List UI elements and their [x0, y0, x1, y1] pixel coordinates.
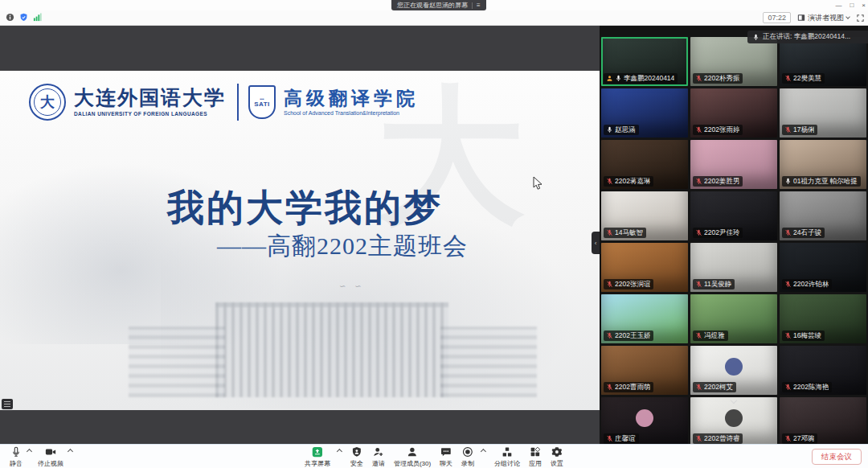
participant-tile[interactable]: 冯煜雅 — [690, 294, 777, 343]
toolbar-item-security[interactable]: 安全 — [349, 445, 365, 468]
participant-badge: 2202陈海艳 — [782, 382, 832, 392]
participant-badge: 2202朴秀振 — [693, 73, 743, 84]
participant-tile[interactable]: 2202曹雨萌 — [601, 346, 688, 395]
participant-name: 2202张雨婷 — [704, 125, 739, 134]
watermark-building — [440, 326, 537, 397]
participant-tile[interactable]: 22樊美慧 — [780, 37, 866, 86]
network-signal-icon[interactable] — [33, 13, 42, 22]
mic-muted-icon — [695, 332, 702, 339]
pill-more-icon[interactable]: ≡ — [477, 2, 481, 9]
tile-decoration — [725, 358, 743, 376]
participant-tile[interactable]: 24石子骏 — [780, 191, 866, 240]
participant-badge: 01祖力克亚 帕尔哈提 — [782, 176, 861, 187]
participant-badge: 2202曾诗睿 — [693, 433, 743, 444]
participant-tile[interactable]: 01祖力克亚 帕尔哈提 — [780, 140, 866, 189]
toolbar-item-share-screen[interactable]: 共享屏幕 — [303, 445, 332, 468]
view-switch-label: 演讲者视图 — [808, 13, 844, 23]
host-person-icon — [606, 75, 613, 82]
topbar: 07:22 演讲者视图 — [0, 10, 868, 26]
toolbar-item-label: 录制 — [461, 459, 474, 468]
school-name-cn: 高级翻译学院 — [284, 88, 419, 109]
participant-name: 庄馨谊 — [615, 434, 636, 443]
maximize-button[interactable]: □ — [850, 0, 854, 10]
fullscreen-icon[interactable] — [856, 14, 865, 23]
view-switch-dropdown[interactable]: 演讲者视图 — [797, 13, 850, 23]
participant-tile[interactable]: 27邓琬 — [780, 397, 866, 444]
participant-name: 24石子骏 — [793, 228, 821, 237]
participant-tile[interactable]: 2202姜胜男 — [690, 140, 777, 189]
participant-name: 2202朴秀振 — [704, 74, 739, 83]
participant-badge: 17杨俐 — [782, 125, 817, 135]
mic-on-icon — [606, 126, 613, 133]
participant-name: 2202蒋嘉琳 — [615, 177, 650, 186]
toolbar-item-chat[interactable]: 聊天 — [438, 445, 454, 468]
mic-on-icon — [784, 178, 792, 185]
toolbar-item-apps[interactable]: 应用 — [527, 445, 543, 468]
participant-tile[interactable]: 2202蒋嘉琳 — [601, 140, 688, 189]
participant-badge: 24石子骏 — [782, 228, 825, 238]
participant-tile[interactable]: 李鑫鹏20240414 — [601, 37, 688, 86]
slide-title: 我的大学我的梦 — [167, 183, 443, 233]
camera-icon — [45, 446, 56, 458]
mic-muted-icon — [606, 229, 613, 236]
meeting-info-icon[interactable] — [6, 13, 14, 22]
participant-badge: 2202曹雨萌 — [604, 382, 653, 392]
participant-badge: 冯煜雅 — [693, 330, 728, 341]
school-name-block: 高级翻译学院 School of Advanced Translation&In… — [284, 88, 419, 116]
participant-tile[interactable]: 11吴俊静 — [690, 243, 777, 292]
mic-on-icon — [752, 34, 760, 41]
toolbar-item-invite[interactable]: 邀请 — [371, 445, 387, 468]
members-icon — [407, 446, 418, 458]
pill-divider — [472, 2, 473, 9]
panel-collapse-handle[interactable]: ‹ — [592, 232, 600, 254]
chevron-up-icon[interactable] — [481, 449, 486, 454]
toolbar-item-camera[interactable]: 停止视频 — [36, 445, 65, 468]
participant-name: 2202曾诗睿 — [704, 434, 739, 443]
chevron-up-icon[interactable] — [68, 449, 73, 454]
participant-tile[interactable]: 2202柯艾 — [690, 346, 777, 395]
participant-tile[interactable]: 17杨俐 — [780, 88, 866, 138]
watching-screen-pill[interactable]: 您正在观看赵思涵的屏幕 ≡ — [391, 0, 486, 10]
participant-badge: 16梅芸绫 — [782, 330, 825, 341]
participant-name: 01祖力克亚 帕尔哈提 — [793, 177, 858, 186]
participant-tile[interactable]: 14马敏智 — [601, 191, 688, 240]
participant-tile[interactable]: 2202张雨婷 — [690, 88, 777, 138]
participant-tile[interactable]: 2202张润谊 — [601, 243, 688, 292]
topbar-right: 07:22 演讲者视图 — [763, 12, 865, 23]
participant-name: 22樊美慧 — [793, 74, 821, 83]
toolbar-item-mic[interactable]: 静音 — [8, 445, 24, 468]
chevron-up-icon[interactable] — [27, 449, 32, 454]
participant-tile[interactable]: 2202朴秀振 — [690, 37, 777, 86]
toolbar-center-group: 共享屏幕安全邀请管理成员(30)聊天录制分组讨论应用设置 — [303, 445, 565, 468]
end-meeting-button[interactable]: 结束会议 — [812, 449, 862, 465]
participant-tile[interactable]: 2202曾诗睿 — [690, 397, 777, 444]
chevron-up-icon[interactable] — [337, 449, 342, 454]
toolbar-item-settings[interactable]: 设置 — [549, 445, 565, 468]
participant-tile[interactable]: 2202陈海艳 — [780, 346, 866, 395]
chevron-down-icon[interactable] — [731, 397, 737, 404]
toolbar-item-label: 停止视频 — [38, 459, 63, 468]
toolbar-item-breakout[interactable]: 分组讨论 — [493, 445, 522, 468]
security-shield-icon[interactable] — [19, 13, 28, 22]
annotation-menu-button[interactable] — [2, 399, 13, 409]
mic-muted-icon — [606, 281, 613, 288]
participant-name: 2202曹雨萌 — [615, 383, 650, 392]
participant-tile[interactable]: 16梅芸绫 — [780, 294, 866, 343]
participant-badge: 2202王玉娇 — [604, 330, 653, 341]
participant-tile[interactable]: 2202许铂林 — [780, 243, 866, 292]
participant-tile[interactable]: 2202尹佳玲 — [690, 191, 777, 240]
participant-name: 李鑫鹏20240414 — [624, 74, 674, 83]
participant-name: 2202张润谊 — [615, 280, 650, 289]
participant-tile[interactable]: 赵思涵 — [601, 88, 688, 138]
toolbar-item-label: 管理成员(30) — [394, 459, 431, 468]
participant-name: 2202尹佳玲 — [704, 228, 739, 237]
toolbar-item-record[interactable]: 录制 — [460, 445, 476, 468]
minimize-button[interactable]: — — [835, 0, 841, 10]
close-button[interactable]: × — [862, 0, 866, 10]
mic-icon — [10, 446, 22, 458]
toolbar-item-members[interactable]: 管理成员(30) — [392, 445, 432, 468]
participant-tile[interactable]: 2202王玉娇 — [601, 294, 688, 343]
school-name-en: School of Advanced Translation&Interpret… — [284, 110, 419, 116]
participant-badge: 11吴俊静 — [693, 279, 735, 289]
participant-tile[interactable]: 庄馨谊 — [601, 397, 688, 444]
